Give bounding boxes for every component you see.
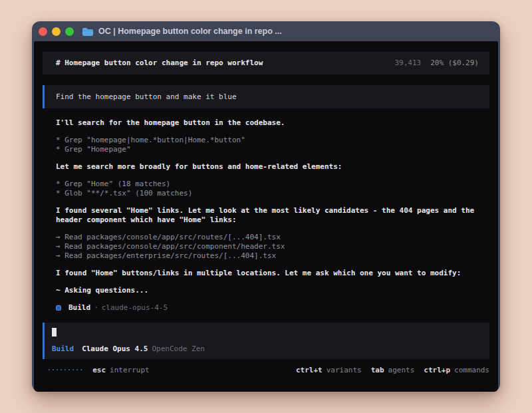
agent-model: claude-opus-4-5 (102, 303, 168, 313)
tool-call-group: → Read packages/console/app/src/routes/[… (56, 233, 489, 261)
model-label: Claude Opus 4.5 (82, 344, 148, 354)
terminal-content: # Homepage button color change in repo w… (34, 41, 498, 392)
esc-key-hint: esc (92, 366, 106, 375)
assistant-paragraph: I found "Home" buttons/links in multiple… (56, 269, 489, 278)
interrupt-label: interrupt (110, 366, 150, 375)
tool-call-read: → Read packages/console/app/src/routes/[… (56, 233, 489, 242)
tool-call-read: → Read packages/enterprise/src/routes/[.… (56, 251, 489, 261)
prompt-input[interactable]: Build Claude Opus 4.5 OpenCode Zen (43, 323, 489, 359)
keyboard-hint-commands: ctrl+p commands (424, 366, 489, 375)
tool-call-grep: * Grep "Home" (18 matches) (56, 180, 489, 189)
mode-label: Build (52, 344, 74, 354)
keyboard-hint-variants: ctrl+t variants (296, 366, 362, 375)
status-bar: ········· esc interrupt ctrl+t variants … (43, 364, 489, 376)
tool-call-grep: * Grep "Homepage" (56, 145, 489, 154)
user-message: Find the homepage button and make it blu… (43, 85, 489, 108)
asking-questions-status: ~ Asking questions... (56, 286, 489, 295)
input-footer: Build Claude Opus 4.5 OpenCode Zen (52, 344, 489, 354)
window-titlebar[interactable]: OC | Homepage button color change in rep… (32, 21, 500, 41)
window-title: OC | Homepage button color change in rep… (98, 27, 282, 36)
provider-label: OpenCode Zen (152, 344, 204, 354)
zoom-window-button[interactable] (65, 27, 74, 36)
session-header: # Homepage button color change in repo w… (43, 52, 489, 74)
user-message-text: Find the homepage button and make it blu… (56, 92, 237, 102)
close-window-button[interactable] (39, 27, 47, 36)
terminal-window: OC | Homepage button color change in rep… (32, 21, 500, 392)
session-title: # Homepage button color change in repo w… (56, 59, 263, 68)
tool-call-glob: * Glob "**/*.tsx" (100 matches) (56, 189, 489, 198)
tool-call-read: → Read packages/console/app/src/componen… (56, 242, 489, 251)
separator-dot: · (94, 303, 98, 313)
desktop-background: OC | Homepage button color change in rep… (0, 0, 532, 413)
agent-status-line: Build · claude-opus-4-5 (56, 303, 489, 313)
context-usage-cost: 20% ($0.29) (430, 59, 479, 68)
token-count: 39,413 (394, 59, 421, 68)
assistant-paragraph: I'll search for the homepage button in t… (56, 118, 489, 128)
tool-call-group: * Grep "homepage|home.*button|Home.*butt… (56, 136, 489, 154)
assistant-paragraph: Let me search more broadly for buttons a… (56, 162, 489, 172)
assistant-paragraph: I found several "Home" links. Let me loo… (56, 206, 489, 215)
spinner-dots: ········· (47, 366, 83, 375)
session-stats: 39,413 20% ($0.29) (394, 59, 479, 68)
assistant-transcript: I'll search for the homepage button in t… (43, 118, 489, 321)
tool-call-grep: * Grep "homepage|home.*button|Home.*butt… (56, 136, 489, 145)
tool-call-group: * Grep "Home" (18 matches) * Glob "**/*.… (56, 180, 489, 198)
text-cursor (52, 328, 57, 337)
agent-name: Build (68, 303, 90, 313)
minimize-window-button[interactable] (52, 27, 61, 36)
keyboard-hint-agents: tab agents (371, 366, 415, 375)
build-agent-icon (56, 305, 61, 311)
input-cursor-row (52, 328, 489, 339)
window-controls (39, 27, 74, 36)
assistant-paragraph: header component which have "Home" links… (56, 215, 489, 225)
folder-icon (82, 27, 93, 36)
